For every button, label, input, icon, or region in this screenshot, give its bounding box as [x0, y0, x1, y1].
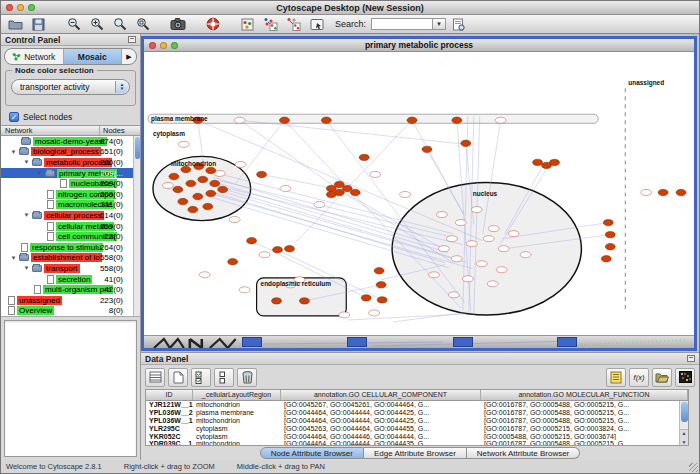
node-selected[interactable] — [247, 237, 257, 243]
tree-row[interactable]: ▼biological_process651(0) — [1, 147, 133, 158]
table-column-header[interactable]: annotation.GO CELLULAR_COMPONENT — [281, 390, 481, 400]
tree-row[interactable]: ▼cellular process614(0) — [1, 210, 133, 221]
search-dropdown-icon[interactable]: ▼ — [433, 18, 446, 30]
region-plasma-membrane[interactable] — [148, 114, 598, 123]
node[interactable] — [446, 236, 457, 242]
select-all-attributes-icon[interactable] — [191, 368, 211, 387]
node[interactable] — [438, 246, 449, 252]
node[interactable] — [436, 212, 447, 218]
tree-row[interactable]: nucleobase-209(0) — [1, 178, 133, 189]
node[interactable] — [314, 202, 325, 208]
create-attribute-icon[interactable] — [168, 368, 188, 387]
minimized-window[interactable] — [453, 337, 473, 347]
node[interactable] — [455, 220, 466, 226]
node[interactable] — [229, 217, 240, 223]
node[interactable] — [495, 117, 506, 123]
node-color-dropdown[interactable]: transporter activity ▲▼ — [11, 79, 130, 95]
table-row[interactable]: YJR121W__1mitochondrion[GO:0045267, GO:0… — [146, 401, 688, 409]
tree-row[interactable]: cellular metabo209(0) — [1, 221, 133, 232]
zoom-selected-region-icon[interactable] — [109, 16, 130, 33]
save-icon[interactable] — [28, 16, 49, 33]
node[interactable] — [280, 185, 291, 191]
expand-icon[interactable]: ▼ — [21, 159, 32, 165]
node-selected[interactable] — [228, 259, 238, 265]
node[interactable] — [498, 246, 509, 252]
expand-icon[interactable]: ▼ — [8, 255, 19, 261]
node-selected[interactable] — [461, 140, 471, 146]
node[interactable] — [369, 310, 380, 316]
float-panel-icon[interactable] — [128, 36, 136, 43]
import-attributes-icon[interactable] — [652, 368, 672, 387]
tree-row[interactable]: mosaic-demo-yeast874(0) — [1, 136, 133, 147]
node-selected[interactable] — [603, 219, 613, 225]
node[interactable] — [508, 231, 519, 237]
tree-row[interactable]: ▼transport558(0) — [1, 263, 133, 274]
node-selected[interactable] — [206, 190, 216, 196]
node[interactable] — [476, 261, 487, 267]
network-overview-panel[interactable] — [4, 320, 137, 457]
node[interactable] — [520, 252, 531, 258]
search-config-icon[interactable] — [448, 16, 469, 33]
node-selected[interactable] — [178, 198, 188, 204]
network-view-titlebar[interactable]: primary metabolic process — [144, 39, 694, 52]
table-row[interactable]: YDR039C__1mitochondrion[GO:0044464, GO:0… — [146, 440, 688, 446]
edge[interactable] — [240, 120, 466, 144]
annotation-select-icon[interactable] — [306, 16, 327, 33]
node[interactable] — [199, 272, 210, 278]
tab-node-attribute-browser[interactable]: Node Attribute Browser — [260, 447, 364, 459]
table-column-header[interactable]: annotation.GO MOLECULAR_FUNCTION — [481, 390, 688, 400]
node-selected[interactable] — [601, 256, 611, 262]
attribute-list-icon[interactable] — [606, 368, 626, 387]
node[interactable] — [496, 267, 507, 273]
tree-scrollbar[interactable] — [133, 136, 140, 316]
node[interactable] — [462, 276, 473, 282]
node-selected[interactable] — [361, 295, 371, 301]
node-selected[interactable] — [376, 282, 386, 288]
float-data-panel-icon[interactable] — [687, 355, 695, 362]
tree-row[interactable]: nitrogen compo209(0) — [1, 189, 133, 200]
tree-row[interactable]: ▼establishment of lo558(0) — [1, 253, 133, 264]
table-row[interactable]: YLR295Ccytoplasm[GO:0045263, GO:0044464,… — [146, 425, 688, 433]
node[interactable] — [466, 241, 477, 247]
node[interactable] — [259, 252, 270, 258]
node-selected[interactable] — [188, 206, 198, 212]
node-selected[interactable] — [257, 171, 267, 177]
node[interactable] — [448, 292, 459, 298]
snapshot-icon[interactable] — [167, 16, 188, 33]
node-selected[interactable] — [198, 176, 208, 182]
node-selected[interactable] — [658, 189, 668, 195]
node[interactable] — [428, 272, 439, 278]
formula-builder-icon[interactable]: f(x) — [629, 368, 649, 387]
tree-row[interactable]: cell communicat22(0) — [1, 231, 133, 242]
minimized-window[interactable] — [242, 337, 262, 347]
node-selected[interactable] — [299, 298, 309, 304]
tree-row[interactable]: multi-organism pro42(0) — [1, 284, 133, 295]
merge-networks-alt-icon[interactable] — [283, 16, 304, 33]
node[interactable] — [234, 117, 245, 123]
node-selected[interactable] — [452, 117, 462, 123]
node[interactable] — [235, 161, 246, 167]
tab-network[interactable]: Network — [5, 49, 64, 64]
tab-overflow-icon[interactable]: ▶ — [122, 49, 136, 64]
vizmapper-icon[interactable] — [237, 16, 258, 33]
tree-row[interactable]: ▼metabolic process280(0) — [1, 157, 133, 168]
node[interactable] — [488, 226, 499, 232]
node-selected[interactable] — [218, 186, 228, 192]
minimized-window[interactable] — [557, 337, 577, 347]
node-selected[interactable] — [377, 297, 387, 303]
zoom-in-icon[interactable] — [86, 16, 107, 33]
search-input[interactable] — [371, 18, 433, 30]
node-selected[interactable] — [407, 117, 417, 123]
tree-row[interactable]: secretion41(0) — [1, 274, 133, 285]
expand-icon[interactable]: ▼ — [21, 212, 32, 218]
table-row[interactable]: YPL036W__1mitochondrion[GO:0044464, GO:0… — [146, 417, 688, 425]
node[interactable] — [471, 207, 482, 213]
node-selected[interactable] — [359, 154, 369, 160]
node-selected[interactable] — [206, 167, 216, 173]
scroll-down-icon[interactable]: ▼ — [682, 439, 687, 445]
expand-icon[interactable]: ▼ — [21, 265, 32, 271]
edge[interactable] — [240, 120, 338, 188]
node[interactable] — [239, 287, 250, 293]
node-selected[interactable] — [280, 117, 290, 123]
node[interactable] — [487, 281, 498, 287]
